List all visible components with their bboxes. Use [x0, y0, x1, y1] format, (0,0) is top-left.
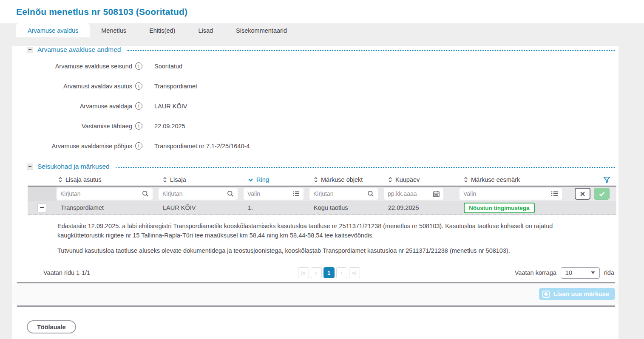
info-icon[interactable]: [135, 122, 142, 130]
opinion-section-header: Arvamuse avalduse andmed: [27, 46, 615, 54]
add-remark-row: Lisan uue märkuse: [12, 283, 618, 305]
filter-icon[interactable]: [603, 176, 610, 184]
status-badge: Nõustun tingimustega: [464, 203, 535, 213]
page-title: Eelnõu menetlus nr 508103 (Sooritatud): [16, 7, 187, 17]
top-header: Eelnõu menetlus nr 508103 (Sooritatud): [0, 0, 644, 23]
filter-cell: [159, 188, 244, 200]
list-icon[interactable]: [551, 191, 558, 197]
field-value: Transpordiamet: [154, 83, 197, 90]
field-value: Transpordiamet nr 7.1-2/25/1640-4: [154, 143, 250, 150]
field-row: Arvamuse avalduse seisund Sooritatud: [12, 56, 618, 76]
column-header-lisaja[interactable]: Lisaja: [159, 176, 244, 183]
field-row: Arvamuse avaldaja LAUR KÕIV: [12, 96, 618, 116]
row-expander-cell: [28, 203, 57, 212]
info-icon[interactable]: [135, 102, 142, 110]
cell-lisaja: LAUR KÕIV: [159, 204, 244, 211]
per-page-prefix: Vaatan korraga: [515, 269, 556, 276]
search-icon[interactable]: [227, 190, 234, 197]
filter-markuse-objekt: [309, 188, 378, 200]
tab-menetlus[interactable]: Menetlus: [90, 23, 138, 37]
add-remark-label: Lisan uue märkuse: [553, 291, 609, 297]
table-row[interactable]: Transpordiamet LAUR KÕIV 1. Kogu taotlus…: [28, 201, 616, 215]
field-value: LAUR KÕIV: [154, 103, 187, 110]
filter-cell: [384, 188, 460, 200]
field-label: Arvamuse avalduse seisund: [12, 63, 132, 70]
filter-lisaja-asutus: [57, 188, 153, 200]
field-label: Arvamust avaldav asutus: [12, 83, 132, 90]
table-header-row: Lisaja asutus Lisaja Ring Märkuse objekt…: [28, 174, 616, 186]
per-page-control: Vaatan korraga 10 rida: [360, 267, 615, 279]
filter-kuupaev: [384, 188, 443, 200]
remarks-table: Lisaja asutus Lisaja Ring Märkuse objekt…: [28, 174, 616, 281]
info-icon[interactable]: [135, 142, 142, 150]
opinion-section-title: Arvamuse avalduse andmed: [37, 46, 121, 54]
info-icon[interactable]: [135, 62, 142, 70]
cell-lisaja-asutus: Transpordiamet: [57, 204, 159, 211]
calendar-icon[interactable]: [433, 191, 440, 197]
filter-lisaja-input[interactable]: [162, 190, 227, 197]
filter-kuupaev-input[interactable]: [388, 190, 433, 197]
opinion-fields: Arvamuse avalduse seisund Sooritatud Arv…: [12, 56, 618, 156]
list-icon[interactable]: [292, 191, 300, 197]
prev-page-button[interactable]: ‹: [311, 267, 322, 278]
collapse-icon[interactable]: [27, 47, 33, 53]
detail-paragraph: Tutvunud kasutusloa taotluse aluseks ole…: [57, 246, 587, 256]
filter-ring: [244, 188, 304, 200]
filter-actions: [568, 188, 616, 200]
column-header-kuupaev[interactable]: Kuupäev: [384, 176, 460, 183]
sort-icon: [58, 176, 62, 183]
last-page-button[interactable]: »|: [349, 267, 360, 278]
search-icon[interactable]: [142, 190, 149, 197]
desktop-button[interactable]: Töölauale: [27, 320, 76, 333]
column-header-lisaja-asutus[interactable]: Lisaja asutus: [28, 176, 159, 183]
content-panel: Arvamuse avalduse andmed Arvamuse avaldu…: [12, 46, 618, 339]
add-remark-button[interactable]: Lisan uue märkuse: [539, 288, 615, 300]
column-header-ring[interactable]: Ring: [244, 176, 309, 183]
remarks-section-header: Seisukohad ja märkused: [27, 163, 615, 170]
row-detail-text: Edastasite 12.09.2025. a läbi ehitisregi…: [28, 215, 616, 264]
filter-cell: [460, 188, 568, 200]
filter-cell: [244, 188, 309, 200]
sort-icon: [388, 176, 392, 183]
field-row: Arvamust avaldav asutus Transpordiamet: [12, 76, 618, 96]
cell-ring: 1.: [244, 204, 309, 211]
filter-lisaja-asutus-input[interactable]: [60, 190, 142, 197]
filter-markuse-objekt-input[interactable]: [313, 190, 367, 197]
page-1-button[interactable]: 1: [323, 267, 335, 278]
footer: Töölauale: [12, 307, 618, 333]
cell-markuse-eesmark: Nõustun tingimustega: [460, 203, 568, 213]
pagination-controls: |« ‹ 1 › »|: [298, 267, 360, 278]
row-collapse-button[interactable]: [37, 203, 46, 212]
dotted-divider: [116, 167, 615, 168]
per-page-select[interactable]: 10: [561, 267, 600, 279]
per-page-suffix: rida: [604, 269, 614, 276]
collapse-icon[interactable]: [27, 164, 33, 170]
clear-filters-button[interactable]: [575, 188, 590, 200]
field-value: Sooritatud: [154, 63, 182, 70]
header-actions-cell: [568, 176, 616, 184]
first-page-button[interactable]: |«: [298, 267, 309, 278]
tab-arvamuse-avaldus[interactable]: Arvamuse avaldus: [16, 23, 90, 37]
info-icon[interactable]: [135, 82, 142, 90]
filter-cell: [309, 188, 384, 200]
apply-filters-button[interactable]: [594, 188, 610, 200]
tab-lisad[interactable]: Lisad: [187, 23, 224, 37]
column-header-markuse-eesmark[interactable]: Märkuse eesmärk: [460, 176, 568, 183]
search-icon[interactable]: [367, 190, 374, 197]
field-row: Arvamuse avaldamise põhjus Transpordiame…: [12, 136, 618, 156]
pagination-bar: Vaatan ridu 1-1/1 |« ‹ 1 › »| Vaatan kor…: [43, 264, 614, 281]
tab-bar: Arvamuse avaldus Menetlus Ehitis(ed) Lis…: [0, 23, 644, 37]
column-header-markuse-objekt[interactable]: Märkuse objekt: [309, 176, 384, 183]
filter-row: [28, 186, 616, 201]
field-label: Vastamise tähtaeg: [12, 123, 132, 130]
check-icon: [599, 191, 605, 197]
filter-ring-input[interactable]: [247, 190, 292, 197]
sort-icon: [464, 176, 468, 183]
dotted-divider: [127, 50, 615, 51]
per-page-value: 10: [565, 269, 572, 276]
tab-ehitised[interactable]: Ehitis(ed): [138, 23, 187, 37]
tab-sisekommentaarid[interactable]: Sisekommentaarid: [224, 23, 298, 37]
field-label: Arvamuse avaldaja: [12, 103, 132, 110]
filter-markuse-eesmark-input[interactable]: [463, 190, 551, 197]
next-page-button[interactable]: ›: [336, 267, 347, 278]
